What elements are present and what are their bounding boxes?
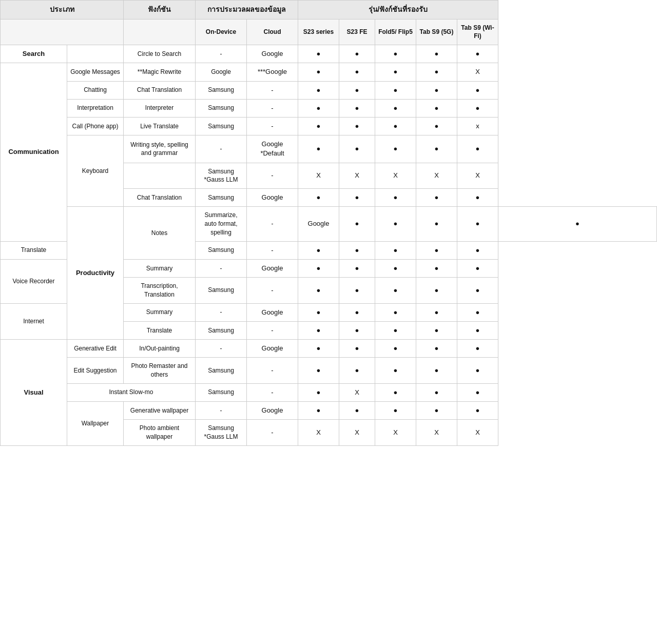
on-device-cell: - (196, 401, 247, 419)
tabs9-5g-cell: ● (457, 207, 498, 241)
tabs9-5g-cell: ● (416, 383, 457, 401)
fold5-cell: ● (416, 207, 457, 241)
s23-cell: ● (298, 340, 339, 358)
fold5-cell: ● (375, 401, 416, 419)
header-row-1: ประเภท ฟังก์ชัน การประมวลผลของข้อมูล รุ่… (1, 1, 657, 19)
tabs9-5g-cell: ● (416, 241, 457, 259)
header-processing: การประมวลผลของข้อมูล (196, 1, 298, 19)
tabs9-wifi-cell: ● (457, 241, 498, 259)
function-cell: Translate (124, 321, 196, 339)
s23-cell: ● (298, 278, 339, 304)
fold5-cell: ● (375, 303, 416, 321)
header-function: ฟังก์ชัน (124, 1, 196, 19)
s23fe-cell: ● (339, 340, 375, 358)
tabs9-wifi-cell: ● (498, 207, 657, 241)
table-row: Instant Slow-moSamsung-●X●●● (1, 383, 657, 401)
tabs9-5g-cell: ● (416, 135, 457, 163)
s23-cell: ● (339, 207, 375, 241)
s23-cell: ● (298, 401, 339, 419)
category-sub: Edit Suggestion (67, 358, 124, 384)
cloud-cell: Google *Default (247, 135, 298, 163)
on-device-cell: Samsung *Gauss LLM (196, 163, 247, 189)
fold5-cell: ● (375, 241, 416, 259)
function-cell: In/Out-painting (124, 340, 196, 358)
cloud-cell: - (247, 278, 298, 304)
s23-cell: ● (298, 259, 339, 277)
fold5-cell: ● (375, 340, 416, 358)
header-tabs9-wifi: Tab S9 (Wi-Fi) (457, 19, 498, 45)
fold5-cell: X (375, 163, 416, 189)
category-sub: Instant Slow-mo (67, 383, 196, 401)
s23fe-cell: ● (339, 99, 375, 117)
cloud-cell: - (247, 383, 298, 401)
table-row: ProductivityNotesSummarize, auto format,… (1, 207, 657, 241)
cloud-cell: - (247, 99, 298, 117)
tabs9-5g-cell: ● (416, 63, 457, 81)
on-device-cell: Samsung (196, 241, 247, 259)
main-table: ประเภท ฟังก์ชัน การประมวลผลของข้อมูล รุ่… (0, 0, 657, 446)
header-on-device: On-Device (196, 19, 247, 45)
category-main: Search (1, 45, 67, 63)
tabs9-5g-cell: ● (416, 45, 457, 63)
tabs9-wifi-cell: ● (457, 278, 498, 304)
fold5-cell: ● (375, 117, 416, 135)
s23fe-cell: ● (339, 117, 375, 135)
tabs9-wifi-cell: X (457, 420, 498, 446)
tabs9-wifi-cell: x (457, 117, 498, 135)
tabs9-5g-cell: ● (416, 340, 457, 358)
fold5-cell: ● (375, 45, 416, 63)
s23-cell: X (298, 163, 339, 189)
function-cell: Summarize, auto format, spelling (196, 207, 247, 241)
table-row: Edit SuggestionPhoto Remaster and others… (1, 358, 657, 384)
s23-cell: ● (298, 303, 339, 321)
s23-cell: ● (298, 135, 339, 163)
fold5-cell: ● (375, 189, 416, 207)
s23fe-cell: X (339, 420, 375, 446)
header-tabs9-5g: Tab S9 (5G) (416, 19, 457, 45)
category-sub: Wallpaper (67, 401, 124, 445)
fold5-cell: ● (375, 63, 416, 81)
s23fe-cell: ● (339, 303, 375, 321)
tabs9-wifi-cell: ● (457, 340, 498, 358)
s23fe-cell: ● (339, 401, 375, 419)
on-device-cell: - (196, 340, 247, 358)
category-main: Productivity (67, 207, 124, 340)
on-device-cell: - (247, 207, 298, 241)
cloud-cell: - (247, 321, 298, 339)
fold5-cell: ● (375, 358, 416, 384)
cloud-cell: Google (247, 259, 298, 277)
s23fe-cell: ● (339, 321, 375, 339)
function-cell: Writing style, spelling and grammar (124, 135, 196, 163)
tabs9-wifi-cell: ● (457, 135, 498, 163)
s23-cell: ● (298, 117, 339, 135)
cloud-cell: Google (247, 340, 298, 358)
cloud-cell: Google (247, 303, 298, 321)
header-func-empty (124, 19, 196, 45)
function-cell: Summary (124, 259, 196, 277)
s23fe-cell: ● (339, 259, 375, 277)
on-device-cell: Google (196, 63, 247, 81)
on-device-cell: Samsung (196, 189, 247, 207)
s23fe-cell: ● (339, 241, 375, 259)
table-row: WallpaperGenerative wallpaper-Google●●●●… (1, 401, 657, 419)
cloud-cell: - (247, 420, 298, 446)
tabs9-wifi-cell: ● (457, 45, 498, 63)
tabs9-wifi-cell: ● (457, 303, 498, 321)
function-cell: Chat Translation (124, 81, 196, 99)
header-s23fe: S23 FE (339, 19, 375, 45)
table-row: KeyboardWriting style, spelling and gram… (1, 135, 657, 163)
fold5-cell: ● (375, 135, 416, 163)
fold5-cell: ● (375, 321, 416, 339)
fold5-cell: X (375, 420, 416, 446)
tabs9-5g-cell: ● (416, 81, 457, 99)
function-cell: **Magic Rewrite (124, 63, 196, 81)
tabs9-wifi-cell: ● (457, 321, 498, 339)
table-row: ChattingChat TranslationSamsung-●●●●● (1, 81, 657, 99)
on-device-cell: - (196, 45, 247, 63)
header-row-2: On-Device Cloud S23 series S23 FE Fold5/… (1, 19, 657, 45)
s23fe-cell: ● (339, 81, 375, 99)
table-row: VisualGenerative EditIn/Out-painting-Goo… (1, 340, 657, 358)
tabs9-5g-cell: ● (416, 189, 457, 207)
s23fe-cell: ● (339, 135, 375, 163)
cloud-cell: Google (247, 45, 298, 63)
